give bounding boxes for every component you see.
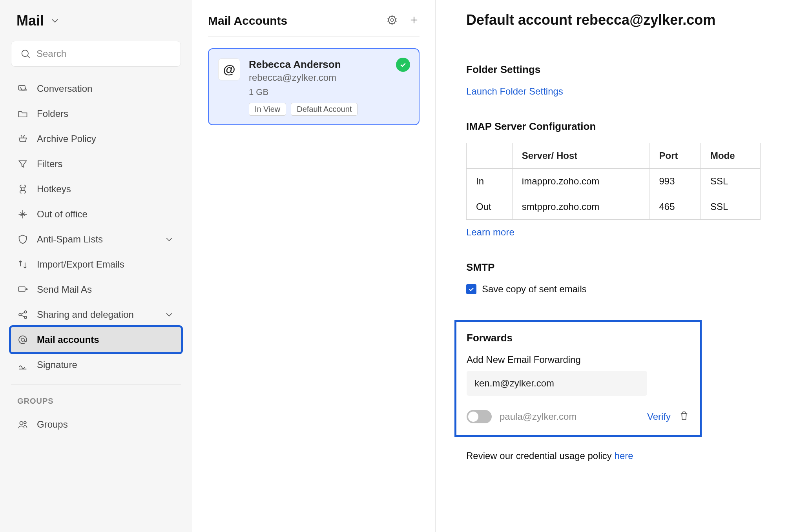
imap-table: Server/ Host Port Mode In imappro.zoho.c…	[466, 143, 761, 220]
sidebar-item-label: Sharing and delegation	[37, 309, 134, 320]
sidebar-item-label: Import/Export Emails	[37, 259, 124, 270]
sidebar-item-groups[interactable]: Groups	[11, 412, 181, 437]
smtp-heading: SMTP	[466, 261, 775, 273]
accounts-panel: Mail Accounts @ Rebecca Anderson rebecca…	[192, 0, 436, 532]
search-icon	[20, 48, 31, 59]
account-card[interactable]: @ Rebecca Anderson rebecca@zylker.com 1 …	[208, 48, 420, 125]
account-tag: In View	[249, 103, 286, 116]
folder-settings-heading: Folder Settings	[466, 64, 775, 76]
sidebar-item-send-as[interactable]: Send Mail As	[11, 277, 181, 302]
sidebar-item-label: Conversation	[37, 83, 92, 94]
trash-icon	[679, 410, 690, 421]
imap-th-port: Port	[649, 143, 701, 169]
account-email: rebecca@zylker.com	[249, 72, 409, 83]
detail-title: Default account rebecca@zylker.com	[466, 12, 775, 28]
learn-more-link[interactable]: Learn more	[466, 227, 514, 237]
import-export-icon	[17, 259, 28, 270]
svg-point-0	[22, 50, 28, 56]
sidebar-item-label: Groups	[37, 419, 68, 430]
search-input-wrapper[interactable]	[11, 41, 181, 67]
archive-icon	[17, 133, 28, 144]
policy-text: Review our credential usage policy here	[466, 450, 775, 461]
conversation-icon	[17, 83, 28, 94]
sidebar-item-signature[interactable]: Signature	[11, 352, 181, 377]
sidebar-item-sharing[interactable]: Sharing and delegation	[11, 302, 181, 327]
settings-button[interactable]	[387, 15, 398, 27]
filter-icon	[17, 159, 28, 169]
shield-icon	[17, 234, 28, 245]
panel-title: Mail Accounts	[208, 14, 376, 27]
sidebar-item-label: Anti-Spam Lists	[37, 234, 103, 245]
signature-icon	[17, 359, 28, 370]
gear-icon	[387, 15, 398, 26]
svg-point-10	[391, 19, 394, 22]
sidebar-item-label: Archive Policy	[37, 133, 96, 144]
sidebar-item-conversation[interactable]: Conversation	[11, 76, 181, 101]
svg-line-1	[27, 56, 29, 58]
sidebar-item-label: Out of office	[37, 209, 88, 220]
imap-cell: 993	[649, 169, 701, 194]
svg-point-6	[24, 316, 27, 319]
forward-pending-email: paula@zylker.com	[500, 411, 639, 422]
sidebar-item-label: Folders	[37, 108, 68, 119]
share-icon	[17, 309, 28, 320]
at-icon: @	[218, 58, 240, 80]
groups-icon	[17, 419, 28, 430]
check-icon	[468, 286, 475, 293]
imap-cell: imappro.zoho.com	[512, 169, 649, 194]
table-row: Out smtppro.zoho.com 465 SSL	[467, 194, 761, 220]
svg-point-8	[20, 421, 23, 425]
verify-button[interactable]: Verify	[647, 411, 671, 422]
delete-forward-button[interactable]	[679, 410, 690, 423]
account-name: Rebecca Anderson	[249, 58, 409, 71]
imap-th-blank	[467, 143, 513, 169]
search-input[interactable]	[36, 48, 172, 59]
chevron-down-icon	[49, 15, 60, 26]
sidebar-item-label: Send Mail As	[37, 284, 92, 295]
launch-folder-settings-link[interactable]: Launch Folder Settings	[466, 86, 563, 97]
sidebar-item-hotkeys[interactable]: Hotkeys	[11, 177, 181, 202]
imap-cell: SSL	[700, 169, 760, 194]
sidebar: Mail Conversation Folders Archive Policy…	[0, 0, 192, 532]
sidebar-item-out-of-office[interactable]: Out of office	[11, 202, 181, 227]
svg-point-5	[24, 311, 27, 313]
save-copy-label: Save copy of sent emails	[482, 284, 587, 295]
app-switcher[interactable]: Mail	[16, 13, 181, 29]
svg-rect-3	[19, 287, 25, 292]
add-forwarding-label: Add New Email Forwarding	[467, 354, 690, 365]
policy-link[interactable]: here	[615, 450, 633, 461]
groups-section-label: GROUPS	[11, 392, 181, 409]
forward-toggle[interactable]	[467, 410, 492, 423]
check-icon	[399, 61, 407, 69]
imap-cell: Out	[467, 194, 513, 220]
sidebar-item-import-export[interactable]: Import/Export Emails	[11, 252, 181, 277]
imap-cell: smtppro.zoho.com	[512, 194, 649, 220]
imap-th-server: Server/ Host	[512, 143, 649, 169]
imap-cell: 465	[649, 194, 701, 220]
table-row: In imappro.zoho.com 993 SSL	[467, 169, 761, 194]
divider	[11, 384, 181, 385]
chevron-down-icon	[164, 234, 175, 245]
svg-point-7	[21, 338, 24, 341]
plane-icon	[17, 209, 28, 220]
folder-icon	[17, 108, 28, 119]
sidebar-item-folders[interactable]: Folders	[11, 101, 181, 126]
sidebar-item-filters[interactable]: Filters	[11, 151, 181, 177]
sidebar-item-archive-policy[interactable]: Archive Policy	[11, 126, 181, 151]
policy-label: Review our credential usage policy	[466, 450, 615, 461]
sidebar-item-mail-accounts[interactable]: Mail accounts	[11, 327, 181, 352]
imap-cell: In	[467, 169, 513, 194]
sidebar-item-anti-spam[interactable]: Anti-Spam Lists	[11, 227, 181, 252]
at-icon	[17, 334, 28, 345]
app-title-label: Mail	[16, 13, 44, 29]
svg-point-4	[19, 313, 21, 316]
save-copy-checkbox[interactable]	[466, 284, 476, 294]
chevron-down-icon	[164, 309, 175, 320]
detail-panel: Default account rebecca@zylker.com Folde…	[436, 0, 799, 532]
imap-th-mode: Mode	[700, 143, 760, 169]
command-icon	[17, 184, 28, 195]
send-mail-as-icon	[17, 284, 28, 295]
add-account-button[interactable]	[409, 15, 420, 27]
forwarding-input[interactable]	[467, 371, 647, 396]
svg-point-9	[24, 421, 26, 424]
